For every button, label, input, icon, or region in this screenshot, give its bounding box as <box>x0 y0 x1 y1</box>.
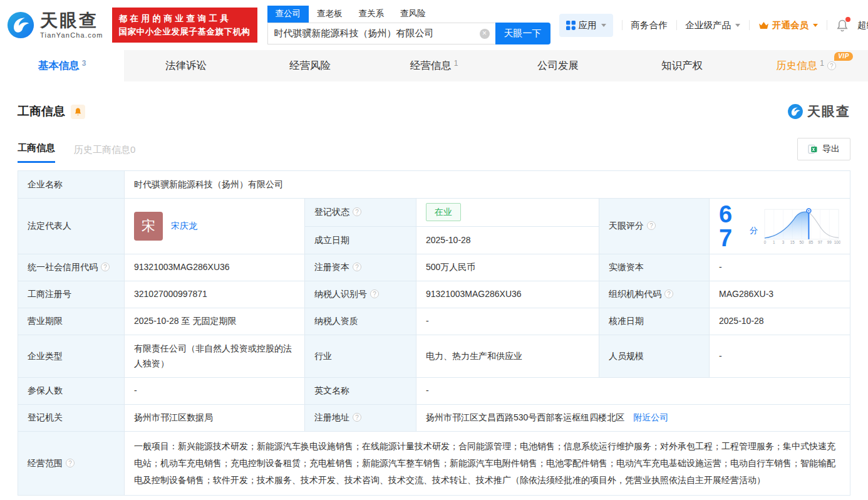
notifications-bell[interactable] <box>836 19 849 32</box>
export-button[interactable]: 导出 <box>797 138 850 160</box>
tab-basic-info[interactable]: 基本信息3 <box>0 50 124 81</box>
subtab-history-business-info[interactable]: 历史工商信息0 <box>74 144 135 163</box>
table-row: 参保人数 - 英文名称 - <box>18 378 850 405</box>
divider <box>749 20 750 30</box>
field-label-reg-address: 注册地址? <box>305 405 416 432</box>
table-row: 企业类型 有限责任公司（非自然人投资或控股的法人独资） 行业 电力、热力生产和供… <box>18 335 850 378</box>
nearby-companies-link[interactable]: 附近公司 <box>633 412 668 422</box>
status-badge: 在业 <box>426 203 461 221</box>
subscribe-bell-button[interactable] <box>71 105 85 119</box>
field-label-company-name: 企业名称 <box>18 171 125 199</box>
tab-company-development[interactable]: 公司发展 <box>496 50 620 81</box>
brand-name: 天眼查 <box>40 12 103 29</box>
table-row: 统一社会信用代码? 91321003MAG286XU36 注册资本? 500万人… <box>18 254 850 281</box>
svg-text:97: 97 <box>818 240 823 244</box>
help-icon[interactable]: ? <box>664 289 673 298</box>
tab-operation-info[interactable]: 经营信息1 <box>372 50 496 81</box>
enterprise-products-menu[interactable]: 企业级产品 <box>686 19 741 31</box>
top-menu: 应用 商务合作 企业级产品 开通会员 超级.. <box>559 14 868 37</box>
help-icon[interactable]: ? <box>647 221 656 230</box>
divider <box>827 20 827 30</box>
field-value-industry: 电力、热力生产和供应业 <box>416 335 599 378</box>
table-row: 营业期限 2025-10-28 至 无固定期限 纳税人资质 - 核准日期 202… <box>18 308 850 335</box>
business-info-table: 企业名称 时代骐骥新能源科技（扬州）有限公司 法定代表人 宋 宋庆龙 登记状态?… <box>18 170 850 496</box>
field-label-insured-count: 参保人数 <box>18 378 125 405</box>
field-label-credit-code: 统一社会信用代码? <box>18 254 125 281</box>
field-label-reg-capital: 注册资本? <box>305 254 416 281</box>
field-value-org-code: MAG286XU-3 <box>710 281 850 308</box>
help-icon[interactable]: ? <box>353 207 361 216</box>
field-label-english-name: 英文名称 <box>305 378 416 405</box>
search-tab-risk[interactable]: 查风险 <box>392 6 434 23</box>
svg-text:85: 85 <box>809 240 814 244</box>
help-icon[interactable]: ? <box>353 263 361 271</box>
open-vip-menu[interactable]: 开通会员 <box>758 19 818 31</box>
table-row: 法定代表人 宋 宋庆龙 登记状态? 在业 天眼评分? <box>18 199 850 227</box>
topbar: 天眼查 TianYanCha.com 都在用的商业查询工具 国家中小企业发展子基… <box>0 0 868 50</box>
field-value-staff-size: - <box>710 335 850 378</box>
table-row: 经营范围? 一般项目：新兴能源技术研发；新能源汽车换电设施销售；在线能源计量技术… <box>18 432 850 496</box>
field-value-taxpayer-id: 91321003MAG286XU36 <box>416 281 599 308</box>
field-value-insured-count: - <box>125 378 305 405</box>
field-value-reg-address: 扬州市邗江区文昌西路530号西部客运枢纽四楼北区 附近公司 <box>416 405 850 432</box>
notification-dot <box>845 17 850 22</box>
tab-intellectual-property[interactable]: 知识产权 <box>620 50 744 81</box>
table-row: 企业名称 时代骐骥新能源科技（扬州）有限公司 <box>18 171 850 199</box>
field-label-industry: 行业 <box>305 335 416 378</box>
field-value-credit-code: 91321003MAG286XU36 <box>125 254 305 281</box>
field-label-org-code: 组织机构代码? <box>599 281 710 308</box>
apps-menu[interactable]: 应用 <box>559 14 613 37</box>
score-value: 67 <box>719 202 745 250</box>
tab-legal-proceedings[interactable]: 法律诉讼 <box>124 50 248 81</box>
search-tab-relation[interactable]: 查关系 <box>351 6 393 23</box>
field-value-english-name: - <box>416 378 850 405</box>
legal-rep-avatar: 宋 <box>134 212 163 241</box>
apps-icon <box>566 21 576 30</box>
field-label-business-term: 营业期限 <box>18 308 125 335</box>
field-value-business-term: 2025-10-28 至 无固定期限 <box>125 308 305 335</box>
search-tab-company[interactable]: 查公司 <box>267 6 309 23</box>
score-unit: 分 <box>750 224 758 237</box>
help-icon[interactable]: ? <box>353 413 361 422</box>
business-info-section: 工商信息 天眼查 工商信息 历史工商信息0 导出 <box>0 103 868 496</box>
field-value-company-type: 有限责任公司（非自然人投资或控股的法人独资） <box>125 335 305 378</box>
tianyancha-logo[interactable]: 天眼查 TianYanCha.com <box>6 11 103 39</box>
chevron-down-icon <box>735 24 740 27</box>
help-icon[interactable]: ? <box>66 459 75 467</box>
field-label-reg-status: 登记状态? <box>305 199 416 227</box>
field-label-paid-capital: 实缴资本 <box>599 254 710 281</box>
field-label-staff-size: 人员规模 <box>599 335 710 378</box>
business-cooperation-menu[interactable]: 商务合作 <box>631 19 668 31</box>
svg-text:1: 1 <box>773 240 775 244</box>
field-label-score: 天眼评分? <box>599 199 710 254</box>
search-block: 查公司 查老板 查关系 查风险 × 天眼一下 <box>267 6 550 44</box>
help-icon[interactable]: ? <box>101 263 110 271</box>
promo-line-1: 都在用的商业查询工具 <box>119 12 251 25</box>
field-value-approval-date: 2025-10-28 <box>710 308 850 335</box>
svg-text:100: 100 <box>834 240 840 244</box>
tianyancha-logo-icon <box>787 103 803 120</box>
tab-operation-risk[interactable]: 经营风险 <box>248 50 372 81</box>
field-label-establish-date: 成立日期 <box>305 226 416 254</box>
field-label-company-type: 企业类型 <box>18 335 125 378</box>
field-value-reg-status: 在业 <box>416 199 599 227</box>
field-label-approval-date: 核准日期 <box>599 308 710 335</box>
clear-icon[interactable]: × <box>480 29 490 39</box>
field-value-legal-rep: 宋 宋庆龙 <box>125 199 305 254</box>
search-tabs: 查公司 查老板 查关系 查风险 <box>267 6 550 23</box>
crown-icon <box>758 21 769 29</box>
legal-rep-link[interactable]: 宋庆龙 <box>171 219 197 233</box>
subtab-business-info[interactable]: 工商信息 <box>18 142 55 163</box>
help-icon[interactable]: ? <box>827 61 836 70</box>
watermark-logo: 天眼查 <box>787 103 850 120</box>
score-distribution-chart: 0 1 3 15 50 85 97 99 100 <box>763 207 840 246</box>
help-icon[interactable]: ? <box>370 289 379 298</box>
field-value-taxpayer-quality: - <box>416 308 599 335</box>
divider <box>676 20 677 30</box>
tab-history-info[interactable]: 历史信息1 ? VIP <box>744 50 868 81</box>
field-value-company-name: 时代骐骥新能源科技（扬州）有限公司 <box>125 171 850 199</box>
search-tab-boss[interactable]: 查老板 <box>309 6 351 23</box>
super-vip-menu[interactable]: 超级... <box>857 19 868 31</box>
search-input[interactable] <box>268 28 495 39</box>
search-button[interactable]: 天眼一下 <box>495 23 550 44</box>
